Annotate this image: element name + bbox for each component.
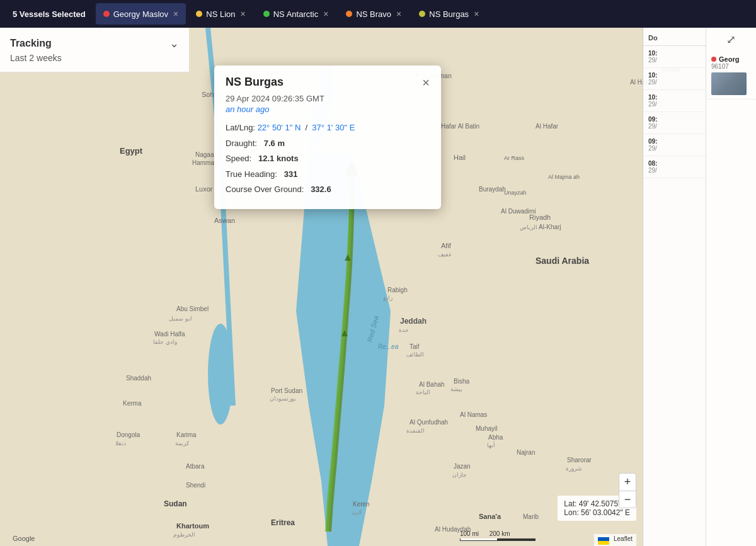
svg-text:Port Sudan: Port Sudan [271, 387, 302, 394]
ukraine-flag [598, 537, 609, 545]
svg-text:Luxor: Luxor [195, 185, 213, 193]
svg-text:Najran: Najran [517, 449, 535, 456]
popup-speed-label: Speed: [226, 154, 251, 163]
coord-lng: Lon: 56' 03.0042" E [564, 508, 630, 517]
tab-bar: 5 Vessels Selected Georgy Maslov × NS Li… [0, 0, 756, 28]
svg-text:Al-Kharj: Al-Kharj [539, 224, 561, 230]
zoom-out-button[interactable]: − [619, 491, 636, 508]
tab-dot-ns-bravo [346, 11, 352, 17]
svg-text:Al Namas: Al Namas [460, 411, 487, 418]
entry-date-3: 29/ [648, 101, 701, 108]
svg-text:Hail: Hail [454, 154, 466, 161]
svg-text:Al Duwadimi: Al Duwadimi [501, 208, 536, 215]
tab-label-ns-bravo: NS Bravo [356, 9, 391, 19]
svg-text:ابو سمبل: ابو سمبل [169, 316, 192, 322]
svg-text:Jeddah: Jeddah [400, 317, 427, 326]
tab-ns-lion[interactable]: NS Lion × [188, 3, 253, 25]
svg-text:الطائف: الطائف [406, 351, 424, 358]
svg-text:Ar Rass: Ar Rass [504, 155, 525, 161]
tab-label-ns-antarctic: NS Antarctic [273, 9, 319, 19]
popup-speed-value: 12.1 knots [258, 154, 299, 163]
popup-title: NS Burgas [226, 76, 284, 89]
expand-icon: ⤢ [726, 33, 736, 47]
tab-close-ns-antarctic[interactable]: × [323, 9, 328, 19]
vessels-selected-label: 5 Vessels Selected [5, 9, 93, 19]
tab-dot-georgy-maslov [103, 11, 110, 17]
entry-date-1: 29/ [648, 57, 701, 64]
entry-time-4: 09: [648, 116, 701, 123]
svg-text:Taif: Taif [410, 343, 420, 350]
svg-text:Wadi Halfa: Wadi Halfa [154, 331, 185, 338]
popup-lng-value: 37° 1' 30" E [312, 123, 355, 132]
popup-speed: Speed: 12.1 knots [226, 152, 430, 165]
scale-label-miles: 100 mi [460, 530, 479, 537]
events-panel: Do 10: 29/ 10: 29/ 10: 29/ 09: 29/ 09: 2… [643, 28, 706, 546]
tab-ns-bravo[interactable]: NS Bravo × [338, 3, 409, 25]
entry-date-6: 29/ [648, 167, 701, 174]
data-entry-5: 09: 29/ [643, 134, 706, 156]
right-sidebar: ⤢ Georg 96107 [706, 28, 756, 546]
svg-text:Keren: Keren [353, 501, 370, 508]
tracking-title: Tracking [10, 38, 52, 49]
tab-dot-ns-burgas [419, 11, 425, 17]
popup-latlng-label: Lat/Lng: [226, 123, 255, 132]
tab-dot-ns-antarctic [263, 11, 270, 17]
entry-time-2: 10: [648, 72, 701, 79]
svg-text:Sana'a: Sana'a [479, 513, 501, 520]
tracking-subtitle: Last 2 weeks [10, 53, 179, 63]
scale-ruler-dark [498, 538, 536, 541]
tab-close-ns-burgas[interactable]: × [474, 9, 479, 19]
scale-bar: 100 mi 200 km [460, 530, 536, 541]
popup-heading-value: 331 [284, 169, 298, 179]
svg-text:Afif: Afif [441, 242, 452, 249]
entry-time-6: 08: [648, 160, 701, 167]
svg-text:Kerma: Kerma [123, 400, 142, 407]
svg-text:كرن: كرن [352, 509, 362, 516]
svg-text:شرورة: شرورة [566, 465, 582, 472]
popup-lat-value: 22° 50' 1" N [258, 123, 301, 132]
svg-text:Shaddah: Shaddah [126, 375, 151, 382]
tab-georgy-maslov[interactable]: Georgy Maslov × [96, 3, 186, 25]
svg-text:Egypt: Egypt [120, 146, 143, 156]
vessel-thumbnail [711, 72, 747, 95]
svg-text:Saudi Arabia: Saudi Arabia [536, 256, 589, 266]
popup-draught: Draught: 7.6 m [226, 137, 430, 150]
popup-latlng: Lat/Lng: 22° 50' 1" N / 37° 1' 30" E [226, 122, 430, 134]
scale-label-km: 200 km [490, 530, 510, 537]
svg-text:بيشة: بيشة [450, 386, 462, 392]
svg-text:Al Majma ah: Al Majma ah [548, 174, 580, 180]
popup-draught-value: 7.6 m [264, 139, 285, 148]
events-panel-header: Do [643, 30, 706, 46]
tab-close-ns-lion[interactable]: × [241, 9, 246, 19]
svg-text:Abu Simbel: Abu Simbel [176, 305, 209, 312]
popup-close-button[interactable]: × [422, 76, 430, 89]
tracking-panel: Tracking ⌄ Last 2 weeks [0, 28, 189, 72]
tab-label-ns-burgas: NS Burgas [429, 9, 469, 19]
tracking-chevron[interactable]: ⌄ [169, 37, 179, 50]
svg-text:كريمة: كريمة [175, 440, 190, 447]
svg-text:Al Qunfudhah: Al Qunfudhah [410, 419, 448, 426]
zoom-in-button[interactable]: + [619, 473, 636, 491]
svg-text:Shendi: Shendi [186, 482, 205, 489]
svg-text:Khartoum: Khartoum [176, 522, 209, 530]
vessel-name-label: Georg [719, 55, 739, 63]
map-container[interactable]: Google Egypt Sohag Qena Nagaa Hammadi Lu… [0, 28, 756, 546]
vessel-mmsi: 96107 [711, 63, 729, 70]
entry-date-5: 29/ [648, 145, 701, 152]
tab-close-georgy-maslov[interactable]: × [173, 9, 178, 19]
tab-ns-burgas[interactable]: NS Burgas × [411, 3, 486, 25]
sidebar-expand-button[interactable]: ⤢ [706, 28, 756, 52]
svg-text:جازان: جازان [452, 472, 467, 479]
data-entry-3: 10: 29/ [643, 90, 706, 112]
tab-close-ns-bravo[interactable]: × [396, 9, 401, 19]
svg-text:Sudan: Sudan [164, 499, 187, 508]
tab-ns-antarctic[interactable]: NS Antarctic × [256, 3, 336, 25]
svg-text:Buraydah: Buraydah [479, 186, 506, 193]
tab-label-ns-lion: NS Lion [206, 9, 235, 19]
sidebar-vessel-georgy[interactable]: Georg 96107 [706, 52, 756, 100]
svg-text:بورتسودان: بورتسودان [270, 395, 296, 402]
svg-text:جدة: جدة [399, 327, 409, 333]
popup-heading: True Heading: 331 [226, 168, 430, 181]
svg-text:Karima: Karima [176, 431, 197, 438]
svg-text:Muhayil: Muhayil [476, 425, 497, 432]
